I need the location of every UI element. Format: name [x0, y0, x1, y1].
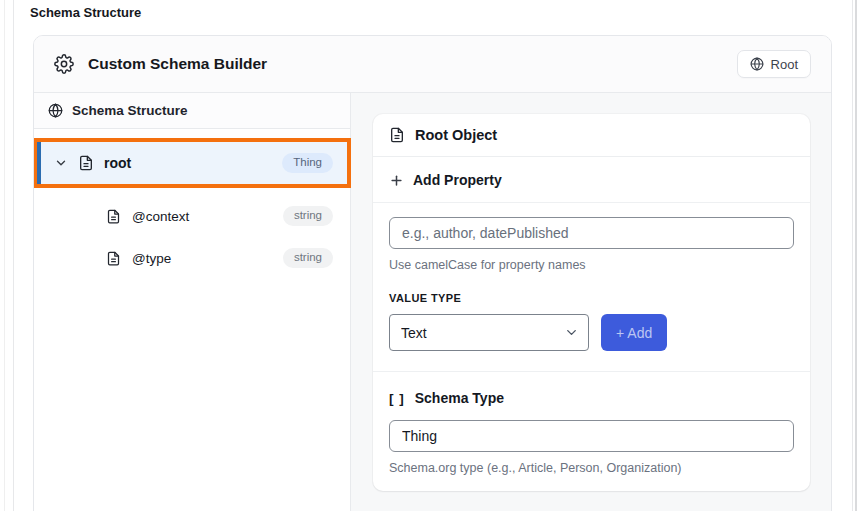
file-text-icon	[78, 155, 94, 171]
schema-type-input[interactable]	[389, 420, 794, 452]
add-property-section: Add Property Use camelCase for property …	[373, 157, 810, 491]
inspector-header: Root Object	[373, 114, 810, 157]
schema-builder-page: Schema Structure Custom Schema Builder	[0, 0, 865, 511]
tree-node-label: @context	[132, 209, 189, 224]
divider	[373, 202, 810, 203]
page-title: Schema Structure	[30, 5, 141, 20]
add-property-heading: Add Property	[389, 172, 794, 188]
value-type-label: VALUE TYPE	[389, 292, 794, 304]
page-frame-line	[852, 0, 853, 511]
schema-type-heading: [ ] Schema Type	[389, 390, 794, 406]
selection-highlight-box: root Thing	[33, 138, 351, 188]
file-text-icon	[389, 127, 405, 143]
gear-icon	[54, 54, 74, 74]
globe-icon	[750, 57, 764, 71]
schema-type-label: Schema Type	[415, 390, 504, 406]
builder-header: Custom Schema Builder Root	[34, 36, 831, 93]
custom-schema-builder-card: Custom Schema Builder Root	[33, 35, 832, 511]
inspector-column: Root Object Add Property	[351, 93, 831, 511]
add-property-label: Add Property	[413, 172, 502, 188]
tree-row-context[interactable]: @context string	[34, 202, 350, 230]
schema-tree-panel: Schema Structure	[34, 93, 351, 511]
schema-type-help: Schema.org type (e.g., Article, Person, …	[389, 461, 794, 475]
tree-row-type[interactable]: @type string	[34, 244, 350, 272]
page-scrollbar-track[interactable]	[855, 0, 857, 511]
tree-node-label: root	[104, 155, 131, 171]
tree-row-root[interactable]: root Thing	[37, 142, 347, 184]
tree-node-label: @type	[132, 251, 171, 266]
page-frame-line	[4, 0, 5, 511]
value-type-select-wrap: Text	[389, 314, 589, 351]
type-badge: string	[283, 248, 333, 268]
tree-panel-header: Schema Structure	[34, 93, 350, 129]
value-type-select[interactable]: Text	[389, 314, 589, 351]
tree-panel-title: Schema Structure	[72, 103, 188, 118]
type-badge: Thing	[282, 153, 333, 173]
property-name-help: Use camelCase for property names	[389, 258, 794, 272]
divider	[373, 371, 810, 372]
property-name-input[interactable]	[389, 217, 794, 249]
builder-title: Custom Schema Builder	[88, 55, 267, 73]
brackets-icon: [ ]	[389, 391, 405, 406]
file-text-icon	[106, 209, 121, 224]
page-frame-line	[13, 0, 14, 511]
root-button[interactable]: Root	[737, 50, 811, 78]
plus-icon	[389, 173, 404, 188]
file-text-icon	[106, 251, 121, 266]
root-object-card: Root Object Add Property	[373, 114, 810, 491]
chevron-down-icon[interactable]	[54, 156, 68, 170]
globe-icon	[48, 103, 63, 118]
type-badge: string	[283, 206, 333, 226]
root-button-label: Root	[771, 57, 798, 72]
add-property-button[interactable]: + Add	[601, 314, 667, 351]
inspector-title: Root Object	[415, 127, 497, 143]
